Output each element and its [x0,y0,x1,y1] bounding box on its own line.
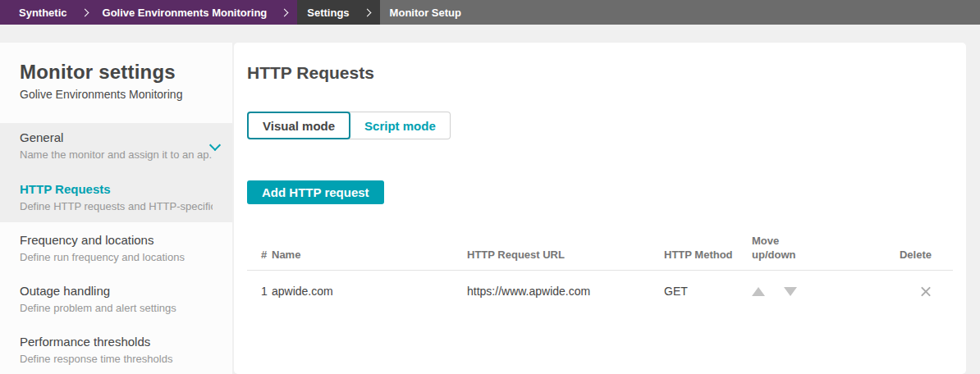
sidebar-item-performance-thresholds[interactable]: Performance thresholds Define response t… [0,324,232,374]
breadcrumb: Synthetic Golive Environments Monitoring… [0,0,980,25]
breadcrumb-item-golive-environments-monitoring[interactable]: Golive Environments Monitoring [94,7,276,19]
mode-toggle: Visual mode Script mode [247,112,953,139]
column-header-move: Move up/down [735,234,879,262]
chevron-right-icon [363,8,371,16]
sidebar-item-label: General [20,130,213,145]
sidebar-item-label: Outage handling [20,283,213,299]
sidebar-item-outage-handling[interactable]: Outage handling Define problem and alert… [0,273,232,324]
sidebar-subtitle: Golive Environments Monitoring [20,88,213,101]
sidebar-item-label: Frequency and locations [20,232,213,248]
column-header-move-line1: Move [752,234,795,248]
add-http-request-button[interactable]: Add HTTP request [247,180,384,204]
sidebar-item-desc: Define HTTP requests and HTTP-specific .… [20,200,213,212]
sidebar-title: Monitor settings [20,61,213,84]
sidebar-item-label: HTTP Requests [20,181,213,197]
breadcrumb-group-current: Monitor Setup [380,0,473,25]
delete-button[interactable] [919,285,932,298]
column-header-url: HTTP Request URL [467,248,664,262]
sidebar-nav: General Name the monitor and assign it t… [0,123,232,374]
monitor-settings-sidebar: Monitor settings Golive Environments Mon… [0,43,232,374]
sidebar-item-desc: Define response time thresholds [20,353,213,365]
move-up-button[interactable] [752,287,765,296]
sidebar-item-general[interactable]: General Name the monitor and assign it t… [0,123,232,171]
chevron-right-icon [281,8,289,16]
row-move-controls [735,287,879,296]
sidebar-item-desc: Define run frequency and locations [20,251,213,263]
column-header-index: # [247,248,272,262]
visual-mode-button[interactable]: Visual mode [247,112,350,139]
chevron-right-icon [80,8,89,16]
breadcrumb-group-purple: Synthetic Golive Environments Monitoring [0,0,297,25]
row-url: https://www.apwide.com [467,285,664,298]
column-header-method: HTTP Method [664,248,735,262]
breadcrumb-item-settings[interactable]: Settings [299,7,357,19]
row-index: 1 [247,285,272,298]
http-requests-table: # Name HTTP Request URL HTTP Method Move… [247,234,953,298]
sidebar-item-frequency-and-locations[interactable]: Frequency and locations Define run frequ… [0,222,232,273]
move-down-button[interactable] [784,287,797,296]
row-method: GET [664,285,735,298]
sidebar-item-label: Performance thresholds [20,334,213,349]
breadcrumb-item-synthetic[interactable]: Synthetic [11,7,76,19]
script-mode-button[interactable]: Script mode [349,112,451,139]
http-requests-panel: HTTP Requests Visual mode Script mode Ad… [234,43,966,374]
sidebar-item-desc: Name the monitor and assign it to an ap.… [20,148,213,161]
sidebar-item-desc: Define problem and alert settings [20,302,213,314]
panel-title: HTTP Requests [247,63,953,83]
triangle-down-icon [784,287,797,296]
sidebar-item-http-requests[interactable]: HTTP Requests Define HTTP requests and H… [0,171,232,222]
table-header-row: # Name HTTP Request URL HTTP Method Move… [247,234,953,271]
column-header-move-line2: up/down [752,248,795,262]
row-name: apwide.com [272,285,467,298]
breadcrumb-group-dark: Settings [297,0,379,25]
column-header-name: Name [272,248,467,262]
triangle-up-icon [752,287,765,296]
row-delete [879,285,953,298]
column-header-delete: Delete [879,248,953,262]
breadcrumb-item-monitor-setup: Monitor Setup [382,7,469,19]
table-row: 1 apwide.com https://www.apwide.com GET [247,271,953,298]
